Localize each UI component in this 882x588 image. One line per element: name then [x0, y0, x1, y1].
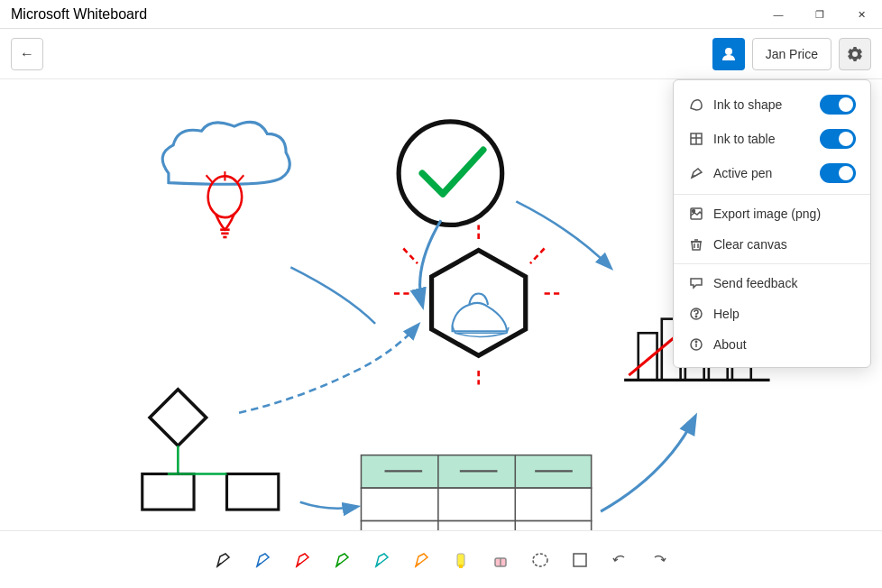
svg-rect-31 — [361, 488, 591, 520]
svg-marker-22 — [150, 390, 207, 446]
svg-point-58 — [695, 341, 696, 342]
svg-line-7 — [207, 175, 213, 182]
export-image-label: Export image (png) — [713, 207, 856, 221]
svg-point-0 — [725, 48, 732, 55]
svg-rect-40 — [457, 554, 464, 566]
menu-item-help[interactable]: Help — [674, 299, 870, 329]
menu-item-ink-to-shape[interactable]: Ink to shape — [674, 87, 870, 122]
svg-rect-45 — [574, 554, 586, 566]
red-pen-button[interactable] — [285, 543, 319, 577]
user-avatar-button[interactable] — [712, 38, 745, 70]
orange-pen-button[interactable] — [404, 543, 438, 577]
menu-item-ink-to-table[interactable]: Ink to table — [674, 122, 870, 156]
eraser-button[interactable] — [483, 543, 518, 577]
ink-to-shape-label: Ink to shape — [713, 97, 811, 112]
send-feedback-icon — [688, 275, 704, 291]
hexagon-drawing — [432, 251, 526, 356]
menu-divider-1 — [674, 194, 870, 195]
clear-canvas-icon — [688, 236, 704, 253]
svg-rect-34 — [361, 521, 591, 530]
blue-pen-button[interactable] — [245, 543, 280, 577]
gear-icon — [847, 46, 863, 62]
black-pen-button[interactable] — [206, 543, 240, 577]
top-toolbar: ← Jan Price — [0, 29, 882, 79]
close-button[interactable]: ✕ — [841, 0, 882, 29]
maximize-button[interactable]: ❐ — [799, 0, 841, 29]
svg-point-50 — [693, 210, 695, 213]
active-pen-label: Active pen — [713, 166, 811, 180]
about-label: About — [713, 337, 856, 352]
svg-rect-24 — [142, 474, 194, 510]
user-icon — [721, 46, 737, 62]
help-label: Help — [713, 307, 856, 321]
svg-rect-25 — [227, 474, 279, 510]
titlebar: Microsoft Whiteboard — ❐ ✕ — [0, 0, 882, 29]
menu-item-export-image[interactable]: Export image (png) — [674, 198, 870, 229]
ink-to-shape-icon — [688, 96, 704, 113]
ink-to-table-toggle[interactable] — [820, 129, 856, 149]
menu-item-active-pen[interactable]: Active pen — [674, 156, 870, 190]
menu-item-about[interactable]: About — [674, 329, 870, 360]
svg-line-14 — [403, 249, 418, 264]
active-pen-toggle[interactable] — [820, 163, 856, 183]
table-drawing — [361, 455, 591, 530]
clear-canvas-label: Clear canvas — [713, 237, 856, 252]
user-name-button[interactable]: Jan Price — [752, 38, 831, 70]
lasso-button[interactable] — [523, 543, 557, 577]
svg-point-55 — [695, 316, 696, 317]
redo-button[interactable] — [642, 543, 676, 577]
svg-rect-17 — [639, 333, 657, 380]
menu-item-clear-canvas[interactable]: Clear canvas — [674, 229, 870, 260]
svg-line-6 — [237, 175, 243, 182]
svg-rect-41 — [459, 565, 463, 568]
shape-button[interactable] — [563, 543, 597, 577]
ink-to-table-icon — [688, 131, 704, 147]
teal-pen-button[interactable] — [364, 543, 399, 577]
green-pen-button[interactable] — [325, 543, 359, 577]
back-button[interactable]: ← — [11, 38, 43, 70]
dropdown-menu: Ink to shape Ink to table Active pen Exp — [673, 79, 871, 368]
undo-button[interactable] — [602, 543, 637, 577]
main-area: ← Jan Price — [0, 29, 882, 588]
settings-button[interactable] — [839, 38, 871, 70]
app-title: Microsoft Whiteboard — [11, 6, 147, 23]
export-image-icon — [688, 206, 704, 222]
menu-divider-2 — [674, 263, 870, 264]
toolbar-right: Jan Price — [712, 38, 871, 70]
check-circle-drawing — [399, 122, 502, 225]
svg-point-8 — [399, 122, 502, 225]
svg-line-15 — [530, 249, 545, 264]
active-pen-icon — [688, 165, 704, 181]
cloud-drawing — [162, 122, 289, 237]
minimize-button[interactable]: — — [758, 0, 799, 29]
ink-to-shape-toggle[interactable] — [820, 95, 856, 115]
bottom-toolbar — [0, 530, 882, 588]
help-icon — [688, 306, 704, 322]
svg-point-44 — [533, 554, 547, 566]
highlighter-button[interactable] — [444, 543, 478, 577]
about-icon — [688, 336, 704, 353]
window-controls: — ❐ ✕ — [758, 0, 882, 29]
flowchart-drawing — [142, 390, 279, 510]
ink-to-table-label: Ink to table — [713, 132, 811, 146]
menu-item-send-feedback[interactable]: Send feedback — [674, 268, 870, 299]
send-feedback-label: Send feedback — [713, 276, 856, 290]
